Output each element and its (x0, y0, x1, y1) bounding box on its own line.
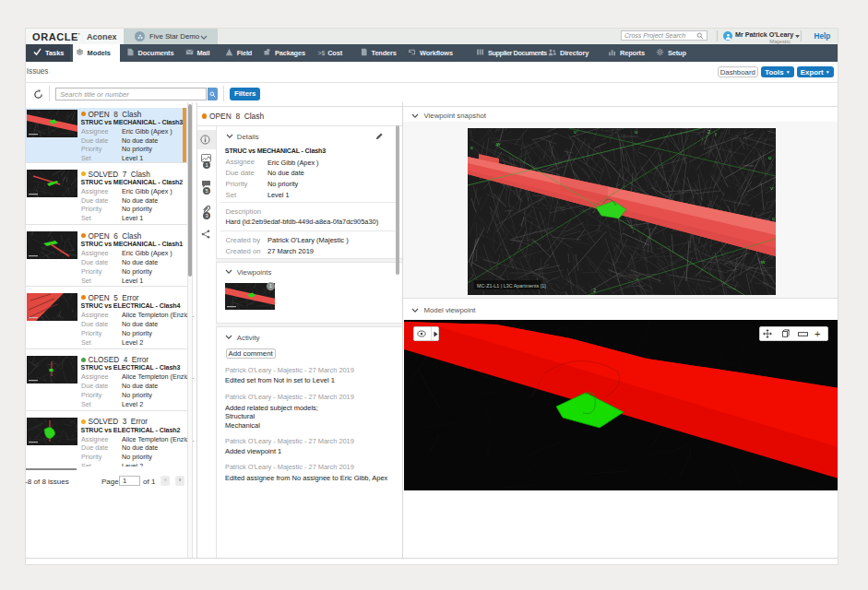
svg-text:v: v (574, 129, 577, 135)
svg-text:c: c (470, 145, 473, 150)
svg-text:w: w (495, 141, 501, 147)
svg-text:v: v (770, 185, 773, 191)
svg-text:w: w (760, 259, 766, 265)
svg-text:MC-Z1-L1 | L3C Apartments [1]: MC-Z1-L1 | L3C Apartments [1] (477, 282, 546, 288)
svg-text:u: u (635, 129, 637, 135)
svg-text:c: c (772, 216, 775, 221)
svg-text:u: u (768, 155, 771, 160)
